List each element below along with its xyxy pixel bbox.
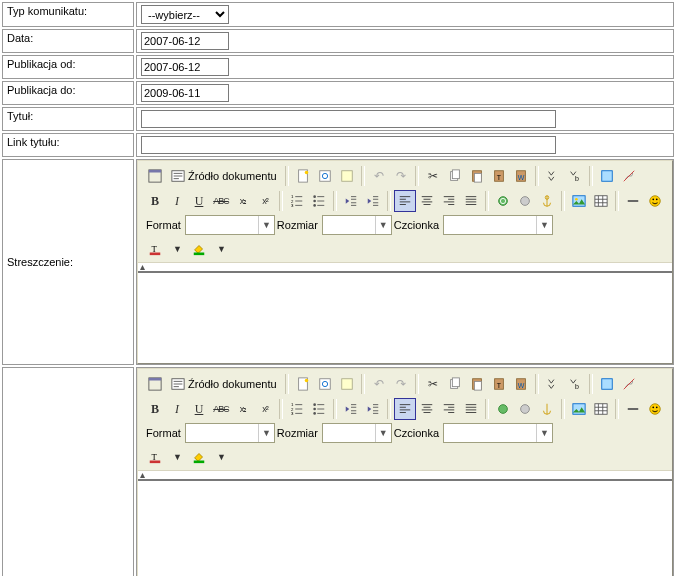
bgcolor-icon[interactable]: [188, 446, 210, 468]
paste-word-icon[interactable]: W: [510, 373, 532, 395]
textcolor-icon[interactable]: T: [144, 238, 166, 260]
rozmiar-combo[interactable]: ▼: [322, 215, 392, 235]
replace-icon[interactable]: b: [564, 165, 586, 187]
bgcolor-icon[interactable]: [188, 238, 210, 260]
textcolor-icon[interactable]: T: [144, 446, 166, 468]
chevron-down-icon[interactable]: ▼: [375, 424, 391, 442]
input-tytul[interactable]: [141, 110, 556, 128]
paste-word-icon[interactable]: W: [510, 165, 532, 187]
indent-icon[interactable]: [362, 190, 384, 212]
anchor-icon[interactable]: [536, 398, 558, 420]
find-icon[interactable]: [542, 373, 564, 395]
select-typ[interactable]: --wybierz--: [141, 5, 229, 24]
textcolor-dd-icon[interactable]: ▼: [166, 446, 188, 468]
bgcolor-dd-icon[interactable]: ▼: [210, 238, 232, 260]
align-justify-icon[interactable]: [460, 398, 482, 420]
chevron-down-icon[interactable]: ▼: [258, 424, 274, 442]
textcolor-dd-icon[interactable]: ▼: [166, 238, 188, 260]
source-button[interactable]: Źródło dokumentu: [166, 165, 282, 187]
czcionka-combo[interactable]: ▼: [443, 423, 553, 443]
align-left-icon[interactable]: [394, 190, 416, 212]
image-icon[interactable]: [568, 398, 590, 420]
format-input[interactable]: [186, 424, 258, 442]
new-page-icon[interactable]: [292, 373, 314, 395]
underline-icon[interactable]: U: [188, 190, 210, 212]
selectall-icon[interactable]: [596, 165, 618, 187]
czcionka-combo[interactable]: ▼: [443, 215, 553, 235]
align-left-icon[interactable]: [394, 398, 416, 420]
cut-icon[interactable]: ✂: [422, 373, 444, 395]
input-link[interactable]: [141, 136, 556, 154]
templates-icon[interactable]: [336, 373, 358, 395]
new-page-icon[interactable]: [292, 165, 314, 187]
input-data[interactable]: [141, 32, 229, 50]
fullscreen-icon[interactable]: [144, 373, 166, 395]
chevron-down-icon[interactable]: ▼: [536, 424, 552, 442]
smiley-icon[interactable]: [644, 190, 666, 212]
redo-icon[interactable]: ↷: [390, 165, 412, 187]
undo-icon[interactable]: ↶: [368, 373, 390, 395]
hr-icon[interactable]: [622, 398, 644, 420]
rozmiar-input[interactable]: [323, 424, 375, 442]
preview-icon[interactable]: [314, 373, 336, 395]
input-pub-od[interactable]: [141, 58, 229, 76]
italic-icon[interactable]: I: [166, 398, 188, 420]
bold-icon[interactable]: B: [144, 398, 166, 420]
source-button[interactable]: Źródło dokumentu: [166, 373, 282, 395]
table-icon[interactable]: [590, 398, 612, 420]
format-combo[interactable]: ▼: [185, 215, 275, 235]
rozmiar-input[interactable]: [323, 216, 375, 234]
removeformat-icon[interactable]: [618, 373, 640, 395]
chevron-down-icon[interactable]: ▼: [258, 216, 274, 234]
editor-body[interactable]: [138, 271, 672, 363]
removeformat-icon[interactable]: [618, 165, 640, 187]
ul-icon[interactable]: [308, 190, 330, 212]
replace-icon[interactable]: b: [564, 373, 586, 395]
ol-icon[interactable]: 123: [286, 398, 308, 420]
subscript-icon[interactable]: x₂: [232, 190, 254, 212]
superscript-icon[interactable]: x²: [254, 190, 276, 212]
input-pub-do[interactable]: [141, 84, 229, 102]
subscript-icon[interactable]: x₂: [232, 398, 254, 420]
chevron-down-icon[interactable]: ▼: [375, 216, 391, 234]
copy-icon[interactable]: [444, 165, 466, 187]
align-center-icon[interactable]: [416, 398, 438, 420]
align-right-icon[interactable]: [438, 190, 460, 212]
undo-icon[interactable]: ↶: [368, 165, 390, 187]
align-justify-icon[interactable]: [460, 190, 482, 212]
link-icon[interactable]: [492, 190, 514, 212]
paste-text-icon[interactable]: T: [488, 165, 510, 187]
anchor-icon[interactable]: [536, 190, 558, 212]
format-combo[interactable]: ▼: [185, 423, 275, 443]
copy-icon[interactable]: [444, 373, 466, 395]
outdent-icon[interactable]: [340, 190, 362, 212]
bold-icon[interactable]: B: [144, 190, 166, 212]
selectall-icon[interactable]: [596, 373, 618, 395]
editor-body[interactable]: [138, 479, 672, 576]
unlink-icon[interactable]: [514, 190, 536, 212]
paste-icon[interactable]: [466, 165, 488, 187]
link-icon[interactable]: [492, 398, 514, 420]
strike-icon[interactable]: ABC: [210, 398, 232, 420]
smiley-icon[interactable]: [644, 398, 666, 420]
czcionka-input[interactable]: [444, 216, 536, 234]
ul-icon[interactable]: [308, 398, 330, 420]
preview-icon[interactable]: [314, 165, 336, 187]
templates-icon[interactable]: [336, 165, 358, 187]
hr-icon[interactable]: [622, 190, 644, 212]
bgcolor-dd-icon[interactable]: ▼: [210, 446, 232, 468]
align-right-icon[interactable]: [438, 398, 460, 420]
rozmiar-combo[interactable]: ▼: [322, 423, 392, 443]
italic-icon[interactable]: I: [166, 190, 188, 212]
collapse-handle-icon[interactable]: ▴: [138, 263, 672, 271]
format-input[interactable]: [186, 216, 258, 234]
collapse-handle-icon[interactable]: ▴: [138, 471, 672, 479]
outdent-icon[interactable]: [340, 398, 362, 420]
redo-icon[interactable]: ↷: [390, 373, 412, 395]
chevron-down-icon[interactable]: ▼: [536, 216, 552, 234]
table-icon[interactable]: [590, 190, 612, 212]
strike-icon[interactable]: ABC: [210, 190, 232, 212]
ol-icon[interactable]: 123: [286, 190, 308, 212]
find-icon[interactable]: [542, 165, 564, 187]
paste-icon[interactable]: [466, 373, 488, 395]
